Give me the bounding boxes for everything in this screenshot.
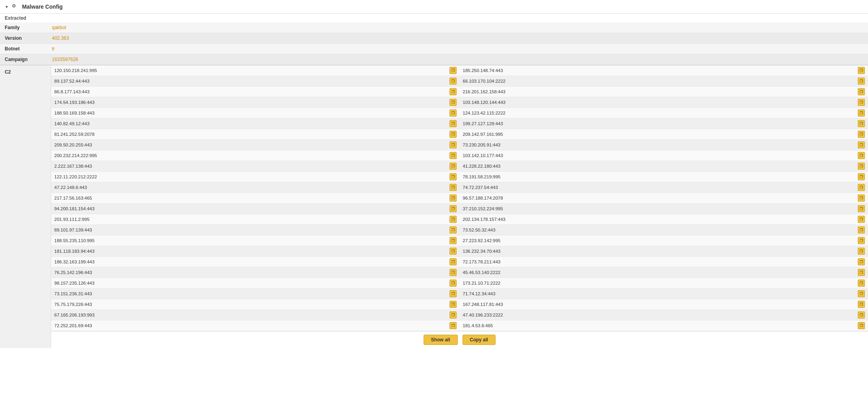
copy-ip-button[interactable]: ❐	[858, 120, 865, 127]
copy-ip-button[interactable]: ❐	[858, 258, 865, 265]
show-all-button[interactable]: Show all	[424, 335, 458, 345]
c2-ip: 37.210.152.224:995	[463, 206, 858, 211]
copy-ip-button[interactable]: ❐	[450, 226, 457, 233]
copy-ip-button[interactable]: ❐	[450, 301, 457, 308]
meta-key: Version	[0, 33, 47, 44]
copy-ip-button[interactable]: ❐	[450, 120, 457, 127]
c2-ip: 173.21.10.71:2222	[463, 281, 858, 285]
copy-ip-button[interactable]: ❐	[858, 290, 865, 297]
c2-row: 174.54.193.186:443 ❐	[51, 97, 460, 108]
copy-ip-button[interactable]: ❐	[858, 216, 865, 223]
copy-ip-button[interactable]: ❐	[450, 109, 457, 117]
copy-ip-button[interactable]: ❐	[858, 195, 865, 202]
copy-ip-button[interactable]: ❐	[450, 205, 457, 212]
copy-ip-button[interactable]: ❐	[858, 269, 865, 276]
copy-ip-button[interactable]: ❐	[858, 248, 865, 255]
c2-row: 136.232.34.70:443 ❐	[460, 246, 868, 257]
c2-row: 2.222.167.138:443 ❐	[51, 161, 460, 172]
copy-all-button[interactable]: Copy all	[463, 335, 496, 345]
c2-ip: 74.72.237.54:443	[463, 185, 858, 190]
c2-ip: 41.228.22.180:443	[463, 164, 858, 169]
chevron-down-icon[interactable]: ▼	[5, 5, 9, 9]
c2-row: 74.72.237.54:443 ❐	[460, 182, 868, 193]
copy-ip-button[interactable]: ❐	[858, 67, 865, 74]
copy-ip-button[interactable]: ❐	[858, 78, 865, 85]
c2-ip: 96.57.188.174:2078	[463, 196, 858, 200]
c2-ip: 94.200.181.154:443	[54, 206, 450, 211]
copy-ip-button[interactable]: ❐	[450, 248, 457, 255]
c2-ip: 185.250.148.74:443	[463, 68, 858, 73]
copy-ip-button[interactable]: ❐	[858, 322, 865, 329]
c2-ip: 27.223.92.142:995	[463, 238, 858, 243]
copy-ip-button[interactable]: ❐	[858, 141, 865, 148]
footer-bar: Show all Copy all	[51, 331, 868, 348]
copy-ip-button[interactable]: ❐	[858, 301, 865, 308]
copy-ip-button[interactable]: ❐	[450, 258, 457, 265]
c2-ip: 199.27.127.129:443	[463, 121, 858, 126]
c2-ip: 103.148.120.144:443	[463, 100, 858, 105]
c2-row: 72.173.78.211:443 ❐	[460, 257, 868, 267]
copy-ip-button[interactable]: ❐	[450, 237, 457, 244]
c2-row: 199.27.127.129:443 ❐	[460, 119, 868, 129]
c2-ip: 45.46.53.140:2222	[463, 270, 858, 275]
c2-ip: 73.151.236.31:443	[54, 291, 450, 296]
copy-ip-button[interactable]: ❐	[450, 290, 457, 297]
copy-ip-button[interactable]: ❐	[450, 184, 457, 191]
c2-row: 201.93.111.2:995 ❐	[51, 214, 460, 225]
c2-row: 216.201.162.158:443 ❐	[460, 87, 868, 97]
copy-ip-button[interactable]: ❐	[858, 99, 865, 106]
c2-ip: 122.11.220.212:2222	[54, 174, 450, 179]
c2-ip: 140.82.49.12:443	[54, 121, 450, 126]
copy-ip-button[interactable]: ❐	[858, 311, 865, 319]
copy-ip-button[interactable]: ❐	[858, 280, 865, 287]
copy-ip-button[interactable]: ❐	[858, 88, 865, 95]
gear-icon: ⚙	[12, 3, 19, 10]
c2-row: 76.25.142.196:443 ❐	[51, 267, 460, 278]
c2-row: 188.55.235.110:995 ❐	[51, 235, 460, 246]
c2-row: 86.8.177.143:443 ❐	[51, 87, 460, 97]
c2-row: 202.134.178.157:443 ❐	[460, 214, 868, 225]
c2-ip: 73.52.50.32:443	[463, 228, 858, 232]
copy-ip-button[interactable]: ❐	[858, 173, 865, 180]
copy-ip-button[interactable]: ❐	[858, 226, 865, 233]
meta-value: tr	[47, 44, 868, 54]
copy-ip-button[interactable]: ❐	[450, 152, 457, 159]
copy-ip-button[interactable]: ❐	[450, 311, 457, 319]
copy-ip-button[interactable]: ❐	[858, 152, 865, 159]
copy-ip-button[interactable]: ❐	[450, 173, 457, 180]
c2-row: 124.123.42.115:2222 ❐	[460, 108, 868, 119]
c2-ip: 136.232.34.70:443	[463, 249, 858, 254]
c2-ip: 216.201.162.158:443	[463, 89, 858, 94]
c2-ip: 181.4.53.6:465	[463, 323, 858, 328]
c2-ip: 2.222.167.138:443	[54, 164, 450, 169]
c2-row: 96.57.188.174:2078 ❐	[460, 193, 868, 204]
copy-ip-button[interactable]: ❐	[450, 67, 457, 74]
copy-ip-button[interactable]: ❐	[450, 88, 457, 95]
c2-row: 94.200.181.154:443 ❐	[51, 204, 460, 214]
copy-ip-button[interactable]: ❐	[450, 269, 457, 276]
copy-ip-button[interactable]: ❐	[858, 131, 865, 138]
copy-ip-button[interactable]: ❐	[450, 280, 457, 287]
copy-ip-button[interactable]: ❐	[450, 216, 457, 223]
copy-ip-button[interactable]: ❐	[858, 184, 865, 191]
copy-ip-button[interactable]: ❐	[450, 131, 457, 138]
c2-ip: 47.22.148.6:443	[54, 185, 450, 190]
copy-ip-button[interactable]: ❐	[450, 163, 457, 170]
c2-ip: 201.93.111.2:995	[54, 217, 450, 222]
c2-ip: 75.75.179.226:443	[54, 302, 450, 307]
meta-row: Familyqakbot	[0, 22, 868, 33]
c2-row: 181.4.53.6:465 ❐	[460, 320, 868, 331]
copy-ip-button[interactable]: ❐	[858, 163, 865, 170]
copy-ip-button[interactable]: ❐	[450, 141, 457, 148]
copy-ip-button[interactable]: ❐	[858, 237, 865, 244]
meta-value: qakbot	[47, 22, 868, 33]
c2-row: 37.210.152.224:995 ❐	[460, 204, 868, 214]
copy-ip-button[interactable]: ❐	[450, 78, 457, 85]
copy-ip-button[interactable]: ❐	[450, 99, 457, 106]
copy-ip-button[interactable]: ❐	[858, 109, 865, 117]
copy-ip-button[interactable]: ❐	[450, 322, 457, 329]
c2-row: 73.230.205.91:443 ❐	[460, 140, 868, 150]
copy-ip-button[interactable]: ❐	[450, 195, 457, 202]
copy-ip-button[interactable]: ❐	[858, 205, 865, 212]
c2-ip: 47.40.196.233:2222	[463, 313, 858, 317]
